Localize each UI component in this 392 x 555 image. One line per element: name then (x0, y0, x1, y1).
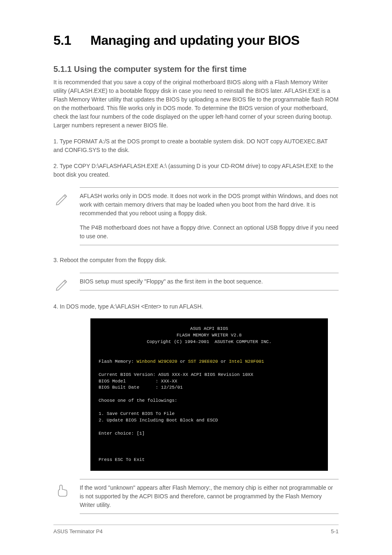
intro-paragraph: It is recommended that you save a copy o… (53, 78, 339, 130)
term-enter-choice: Enter choice: [1] (99, 431, 145, 436)
note-icon (53, 479, 80, 498)
footer-product: ASUS Terminator P4 (53, 528, 103, 534)
term-flash-label: Flash Memory: (99, 359, 136, 364)
pencil-icon (53, 275, 70, 292)
note-block-1: AFLASH works only in DOS mode. It does n… (53, 187, 339, 245)
step-2: 2. Type COPY D:\AFLASH\AFLASH.EXE A:\ (a… (53, 162, 339, 179)
term-opt-2: 2. Update BIOS Including Boot Block and … (99, 418, 218, 423)
subsection-heading: 5.1.1 Using the computer system for the … (53, 64, 339, 74)
footer-page-number: 5-1 (331, 528, 339, 534)
section-number: 5.1 (53, 33, 90, 48)
section-heading: 5.1Managing and updating your BIOS (53, 33, 339, 48)
pencil-icon (53, 190, 70, 206)
term-header-3: Copyright (C) 1994-2001 ASUSTeK COMPUTER… (99, 339, 320, 345)
term-header-1: ASUS ACPI BIOS (99, 326, 320, 332)
note-1b: The P4B motherboard does not have a flop… (80, 223, 339, 241)
page-footer: ASUS Terminator P4 5-1 (53, 525, 339, 534)
note-block-3: If the word "unknown" appears after Flas… (53, 479, 339, 514)
svg-line-0 (65, 195, 67, 196)
hand-point-icon (53, 481, 70, 498)
term-flash-chip-1: Winbond W29C020 (136, 359, 177, 364)
term-bios-ver: Current BIOS Version: ASUS XXX-XX ACPI B… (99, 372, 253, 377)
term-flash-chip-2: SST 29EE020 (188, 359, 218, 364)
note-3: If the word "unknown" appears after Flas… (80, 484, 339, 509)
step-1: 1. Type FORMAT A:/S at the DOS prompt to… (53, 137, 339, 154)
note-2: BIOS setup must specify "Floppy" as the … (80, 277, 339, 286)
step-4: 4. In DOS mode, type A:\AFLASH <Enter> t… (53, 302, 339, 311)
term-bios-date: BIOS Built Date : 12/25/01 (99, 385, 183, 390)
section-title: Managing and updating your BIOS (90, 33, 300, 48)
term-or-1: or (177, 359, 188, 364)
term-flash-chip-3: Intel N28F001 (229, 359, 264, 364)
step-3: 3. Reboot the computer from the floppy d… (53, 256, 339, 265)
note-1a: AFLASH works only in DOS mode. It does n… (80, 192, 339, 218)
note-block-2: BIOS setup must specify "Floppy" as the … (53, 273, 339, 292)
note-icon (53, 187, 80, 206)
term-or-2: or (218, 359, 228, 364)
note-icon (53, 273, 80, 292)
term-opt-1: 1. Save Current BIOS To File (99, 411, 175, 416)
term-header-2: FLASH MEMORY WRITER V2.8 (99, 332, 320, 339)
term-esc: Press ESC To Exit (99, 457, 145, 462)
svg-line-1 (64, 196, 66, 197)
svg-line-2 (65, 280, 67, 282)
term-choose: Choose one of the followings: (99, 398, 177, 403)
terminal-screenshot: ASUS ACPI BIOSFLASH MEMORY WRITER V2.8Co… (90, 318, 328, 471)
svg-line-3 (64, 281, 66, 283)
term-bios-model: BIOS Model : XXX-XX (99, 379, 177, 384)
